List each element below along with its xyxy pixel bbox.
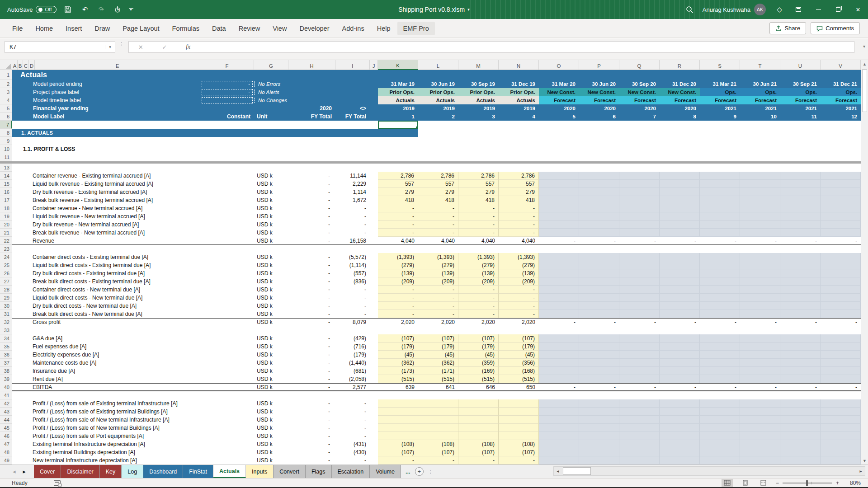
cell-J20[interactable] <box>370 221 378 229</box>
cell-F19[interactable] <box>200 212 254 221</box>
fy-total-29[interactable]: - <box>335 294 370 302</box>
cell-L16[interactable]: 279 <box>418 188 458 196</box>
cell-H36[interactable]: - <box>288 351 335 359</box>
cell-L37[interactable]: (362) <box>418 359 458 367</box>
period-r3-P[interactable]: New Const. <box>579 88 619 96</box>
sheet-tab-flags[interactable]: Flags <box>306 465 332 478</box>
cell-H25[interactable]: - <box>288 261 335 269</box>
cell-L22[interactable]: 4,040 <box>418 237 458 245</box>
ribbon-tab-data[interactable]: Data <box>206 22 232 35</box>
fy-total-45[interactable]: - <box>335 424 370 432</box>
row-label-48[interactable]: Existing terminal Buildings depreciation… <box>12 448 200 456</box>
cell-N22[interactable]: 4,040 <box>499 237 539 245</box>
unit-cell-47[interactable]: USD k <box>254 440 288 448</box>
cell-N40[interactable]: 650 <box>499 383 539 391</box>
row-header-26[interactable]: 26 <box>0 269 12 277</box>
ribbon-tab-help[interactable]: Help <box>371 22 396 35</box>
cell-K17[interactable]: 418 <box>378 196 418 204</box>
ribbon-tab-page-layout[interactable]: Page Layout <box>117 22 165 35</box>
cell-H39[interactable]: - <box>288 375 335 383</box>
cell-F42[interactable] <box>200 399 254 408</box>
cell-J29[interactable] <box>370 294 378 302</box>
cell-N44[interactable] <box>499 416 539 424</box>
period-r4-R[interactable]: Forecast <box>660 96 700 104</box>
year-U[interactable]: 2021 <box>780 104 821 113</box>
cell-M26[interactable]: (139) <box>458 269 499 277</box>
unit-cell-26[interactable]: USD k <box>254 269 288 277</box>
fy-total-36[interactable]: (179) <box>335 351 370 359</box>
cell-K30[interactable]: - <box>378 302 418 310</box>
fy-total-38[interactable]: (681) <box>335 367 370 375</box>
row-label-34[interactable]: G&A due [A] <box>12 334 200 343</box>
row-header-40[interactable]: 40 <box>0 383 12 391</box>
cell-K39[interactable]: (515) <box>378 375 418 383</box>
period-r4-K[interactable]: Actuals <box>378 96 418 104</box>
fill-handle[interactable] <box>415 126 418 129</box>
fy-total-26[interactable]: (557) <box>335 269 370 277</box>
row-header-28[interactable]: 28 <box>0 286 12 294</box>
cell-J36[interactable] <box>370 351 378 359</box>
cell-M16[interactable]: 279 <box>458 188 499 196</box>
column-header-E[interactable]: E <box>35 60 200 70</box>
forecast-block-18[interactable] <box>539 204 861 212</box>
cell-F44[interactable] <box>200 416 254 424</box>
cell-F48[interactable] <box>200 448 254 456</box>
unit-cell-17[interactable]: USD k <box>254 196 288 204</box>
cell-L40[interactable]: 641 <box>418 383 458 391</box>
sheet-tab-key[interactable]: Key <box>100 465 122 478</box>
row-header-34[interactable]: 34 <box>0 334 12 343</box>
ribbon-tab-formulas[interactable]: Formulas <box>166 22 205 35</box>
cell-M47[interactable]: (108) <box>458 440 499 448</box>
fy-total-43[interactable]: - <box>335 408 370 416</box>
cell-H28[interactable]: - <box>288 286 335 294</box>
cell-F32[interactable] <box>200 318 254 326</box>
cell-K29[interactable]: - <box>378 294 418 302</box>
cell-K16[interactable]: 279 <box>378 188 418 196</box>
period-r2-R[interactable]: 31 Dec 20 <box>660 80 700 88</box>
cell-N31[interactable]: - <box>499 310 539 318</box>
unit-cell-28[interactable]: USD k <box>254 286 288 294</box>
cell-F14[interactable] <box>200 172 254 180</box>
unit-cell-30[interactable]: USD k <box>254 302 288 310</box>
column-header-B[interactable]: B <box>18 60 23 70</box>
period-r3-L[interactable]: Prior Ops. <box>418 88 458 96</box>
year-M[interactable]: 2019 <box>458 104 499 113</box>
forecast-block-47[interactable] <box>539 440 861 448</box>
row-header-10[interactable]: 10 <box>0 145 12 153</box>
forecast-block-34[interactable] <box>539 334 861 343</box>
year-O[interactable]: 2020 <box>539 104 579 113</box>
period-r4-N[interactable]: Actuals <box>499 96 539 104</box>
model-label-N[interactable]: 4 <box>499 113 539 121</box>
unit-cell-29[interactable]: USD k <box>254 294 288 302</box>
row-header-14[interactable]: 14 <box>0 172 12 180</box>
cell-L20[interactable]: - <box>418 221 458 229</box>
cell-K49[interactable]: - <box>378 456 418 465</box>
cell-R40[interactable]: - <box>660 383 700 391</box>
cell-F15[interactable] <box>200 180 254 188</box>
unit-cell-18[interactable]: USD k <box>254 204 288 212</box>
cell-N15[interactable]: 557 <box>499 180 539 188</box>
cell-M42[interactable] <box>458 399 499 408</box>
cell-K22[interactable]: 4,040 <box>378 237 418 245</box>
fy-total-14[interactable]: 11,144 <box>335 172 370 180</box>
fy-total-20[interactable]: - <box>335 221 370 229</box>
cell-H24[interactable]: - <box>288 253 335 261</box>
cell-L30[interactable]: - <box>418 302 458 310</box>
row-header-6[interactable]: 6 <box>0 113 12 121</box>
forecast-block-21[interactable] <box>539 229 861 237</box>
column-header-M[interactable]: M <box>458 60 499 70</box>
cell-N47[interactable]: (108) <box>499 440 539 448</box>
horizontal-scroll-thumb[interactable] <box>563 467 591 475</box>
row-label-47[interactable]: Existing terminal Infrastructure depreci… <box>12 440 200 448</box>
row-label-45[interactable]: Profit / (Loss) from sale of New termina… <box>12 424 200 432</box>
row-label-42[interactable]: Profit / (Loss) from sale of Existing te… <box>12 399 200 408</box>
cell-N29[interactable]: - <box>499 294 539 302</box>
period-r3-O[interactable]: New Const. <box>539 88 579 96</box>
forecast-block-38[interactable] <box>539 367 861 375</box>
row-label-17[interactable]: Break bulk revenue - Existing terminal a… <box>12 196 200 204</box>
cell-F45[interactable] <box>200 424 254 432</box>
sheet-title-cell[interactable]: Actuals <box>12 70 861 80</box>
scroll-left-icon[interactable]: ◂ <box>554 469 562 474</box>
forecast-block-26[interactable] <box>539 269 861 277</box>
cell-M35[interactable]: (179) <box>458 343 499 351</box>
